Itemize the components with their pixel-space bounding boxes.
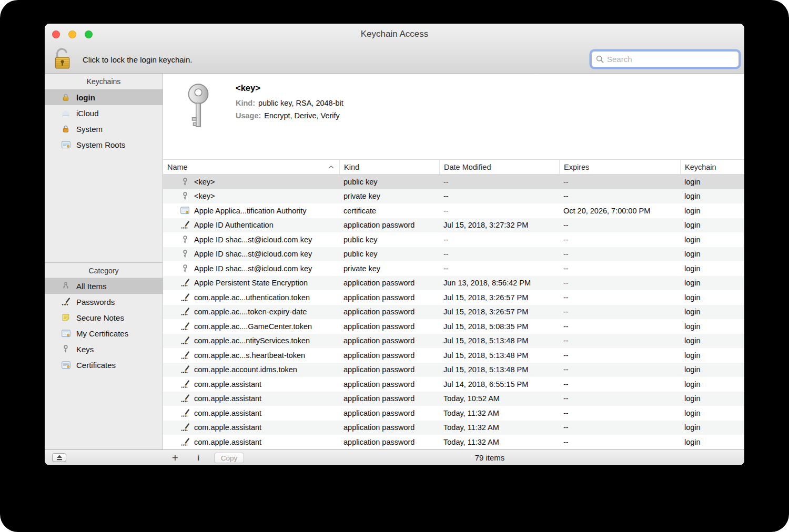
pen-icon bbox=[180, 438, 189, 446]
cell-name: com.apple.ac...s.heartbeat-token bbox=[163, 351, 339, 360]
table-row[interactable]: Apple Persistent State Encryptionapplica… bbox=[163, 276, 744, 291]
cell-name: Apple Persistent State Encryption bbox=[163, 279, 339, 287]
sidebar-item-my-certificates[interactable]: My Certificates bbox=[45, 325, 163, 341]
cell-date-modified: Today, 10:52 AM bbox=[439, 394, 559, 403]
sidebar-item-system-roots[interactable]: System Roots bbox=[45, 137, 163, 152]
table-row[interactable]: com.apple.ac....token-expiry-dateapplica… bbox=[163, 305, 744, 320]
cell-keychain: login bbox=[680, 279, 744, 287]
cell-expires: -- bbox=[559, 380, 680, 388]
titlebar[interactable]: Keychain Access bbox=[45, 24, 744, 45]
close-button[interactable] bbox=[52, 30, 60, 38]
sidebar-item-system[interactable]: System bbox=[45, 121, 163, 137]
sidebar-item-label: All Items bbox=[76, 282, 107, 291]
table-row[interactable]: com.apple.ac...s.heartbeat-tokenapplicat… bbox=[163, 348, 744, 363]
note-icon bbox=[60, 313, 71, 322]
item-name: com.apple.ac....GameCenter.token bbox=[194, 322, 312, 331]
cell-keychain: login bbox=[680, 221, 744, 229]
cell-keychain: login bbox=[680, 250, 744, 258]
table-row[interactable]: <key>private key----login bbox=[163, 189, 744, 204]
item-name: <key> bbox=[194, 178, 215, 186]
minimize-button[interactable] bbox=[68, 30, 76, 38]
table-row[interactable]: <key>public key----login bbox=[163, 175, 744, 189]
search-field bbox=[591, 51, 739, 67]
cell-expires: -- bbox=[559, 279, 680, 287]
cloud-icon bbox=[60, 109, 71, 117]
table-row[interactable]: Apple ID shac...st@icloud.com keypublic … bbox=[163, 232, 744, 247]
table-row[interactable]: com.apple.assistantapplication passwordT… bbox=[163, 435, 744, 449]
detail-title: <key> bbox=[236, 83, 260, 93]
pen-icon bbox=[180, 322, 189, 331]
table-row[interactable]: com.apple.assistantapplication passwordT… bbox=[163, 421, 744, 435]
table-row[interactable]: com.apple.ac....GameCenter.tokenapplicat… bbox=[163, 319, 744, 334]
unlocked-padlock-icon[interactable] bbox=[54, 47, 73, 70]
table-row[interactable]: com.apple.account.idms.tokenapplication … bbox=[163, 363, 744, 377]
cell-kind: application password bbox=[339, 438, 439, 446]
pen-icon bbox=[180, 365, 189, 374]
column-header-kind[interactable]: Kind bbox=[339, 160, 439, 174]
sidebar-item-secure-notes[interactable]: Secure Notes bbox=[45, 310, 163, 325]
cell-keychain: login bbox=[680, 178, 744, 186]
table-row[interactable]: Apple ID Authenticationapplication passw… bbox=[163, 218, 744, 233]
table-row[interactable]: com.apple.ac...uthentication.tokenapplic… bbox=[163, 290, 744, 305]
column-header-keychain[interactable]: Keychain bbox=[680, 160, 744, 174]
kind-label: Kind: bbox=[236, 99, 255, 107]
toggle-keychains-button[interactable] bbox=[52, 453, 66, 462]
cell-name: Apple ID shac...st@icloud.com key bbox=[163, 250, 339, 258]
cell-keychain: login bbox=[680, 336, 744, 345]
item-name: com.apple.assistant bbox=[194, 394, 261, 403]
cell-date-modified: Today, 11:32 AM bbox=[439, 423, 559, 432]
table-row[interactable]: com.apple.assistantapplication passwordT… bbox=[163, 392, 744, 406]
sidebar-item-icloud[interactable]: iCloud bbox=[45, 105, 163, 121]
table-row[interactable]: Apple Applica...tification Authoritycert… bbox=[163, 203, 744, 218]
pen-icon bbox=[180, 308, 189, 316]
copy-button[interactable]: Copy bbox=[214, 453, 244, 463]
sidebar-item-label: System Roots bbox=[76, 140, 125, 149]
detail-pane: <key> Kind:public key, RSA, 2048-bit Usa… bbox=[163, 74, 744, 159]
sidebar-item-login[interactable]: login bbox=[45, 89, 163, 105]
sidebar-item-all-items[interactable]: All Items bbox=[45, 278, 163, 294]
cell-expires: -- bbox=[559, 365, 680, 374]
item-name: Apple Persistent State Encryption bbox=[194, 279, 308, 287]
add-item-button[interactable]: + bbox=[168, 451, 182, 465]
cell-name: com.apple.assistant bbox=[163, 394, 339, 403]
table-row[interactable]: com.apple.assistantapplication passwordT… bbox=[163, 406, 744, 421]
pen-icon bbox=[180, 409, 189, 417]
sidebar-item-passwords[interactable]: Passwords bbox=[45, 294, 163, 310]
sidebar-item-certificates[interactable]: Certificates bbox=[45, 357, 163, 373]
column-header-expires[interactable]: Expires bbox=[559, 160, 680, 174]
cell-date-modified: Today, 11:32 AM bbox=[439, 409, 559, 417]
column-header-date-modified[interactable]: Date Modified bbox=[439, 160, 559, 174]
detail-usage-row: Usage:Encrypt, Derive, Verify bbox=[236, 111, 340, 120]
item-name: <key> bbox=[194, 192, 215, 200]
sidebar-item-label: login bbox=[76, 93, 95, 102]
item-name: Apple Applica...tification Authority bbox=[194, 207, 307, 215]
cell-name: <key> bbox=[163, 192, 339, 200]
cell-date-modified: Jun 13, 2018, 8:56:42 PM bbox=[439, 279, 559, 287]
desktop-background: Keychain Access bbox=[0, 0, 789, 532]
padlock-gold-icon bbox=[60, 93, 71, 101]
table-row[interactable]: com.apple.ac...ntityServices.tokenapplic… bbox=[163, 334, 744, 349]
table-row[interactable]: Apple ID shac...st@icloud.com keyprivate… bbox=[163, 261, 744, 276]
column-header-label: Name bbox=[167, 163, 188, 171]
column-header-label: Kind bbox=[344, 163, 359, 171]
cell-kind: application password bbox=[339, 409, 439, 417]
table-row[interactable]: com.apple.assistantapplication passwordJ… bbox=[163, 377, 744, 392]
cell-date-modified: Jul 15, 2018, 5:13:48 PM bbox=[439, 365, 559, 374]
cell-date-modified: -- bbox=[439, 264, 559, 273]
cell-expires: -- bbox=[559, 351, 680, 360]
table-body: <key>public key----login<key>private key… bbox=[163, 175, 744, 449]
cell-name: Apple ID shac...st@icloud.com key bbox=[163, 236, 339, 244]
sidebar-item-keys[interactable]: Keys bbox=[45, 341, 163, 357]
table-row[interactable]: Apple ID shac...st@icloud.com keypublic … bbox=[163, 247, 744, 262]
zoom-button[interactable] bbox=[85, 30, 93, 38]
cell-name: <key> bbox=[163, 178, 339, 186]
info-button[interactable]: i bbox=[194, 450, 203, 465]
certificate-icon bbox=[180, 207, 189, 214]
sidebar-spacer bbox=[45, 152, 163, 262]
item-name: Apple ID shac...st@icloud.com key bbox=[194, 250, 312, 258]
search-input[interactable] bbox=[607, 55, 734, 64]
column-header-name[interactable]: Name bbox=[163, 160, 339, 174]
cell-name: com.apple.account.idms.token bbox=[163, 365, 339, 374]
item-name: com.apple.ac...ntityServices.token bbox=[194, 336, 310, 345]
cell-expires: -- bbox=[559, 423, 680, 432]
